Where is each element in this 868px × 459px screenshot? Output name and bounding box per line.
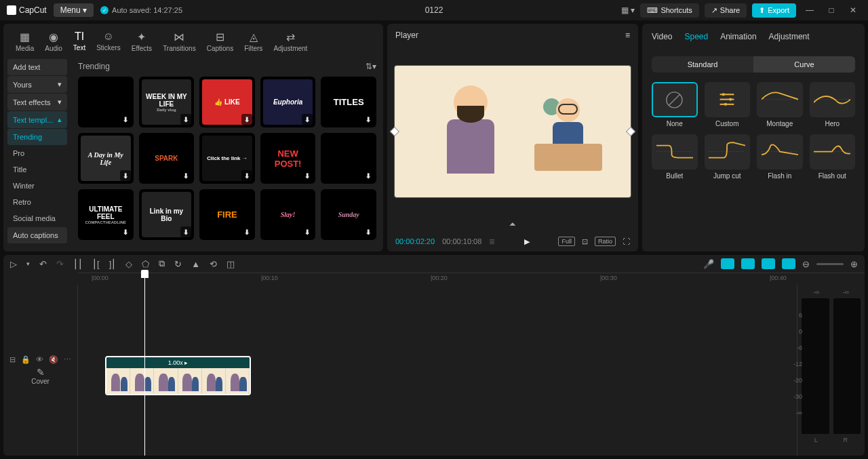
template-thumb[interactable]: TITLES⬇ — [321, 77, 376, 127]
template-thumb[interactable]: 👍 LIKE⬇ — [199, 77, 255, 127]
playhead[interactable] — [144, 273, 145, 456]
player-menu-icon[interactable]: ≡ — [625, 31, 630, 40]
zoom-out-icon[interactable]: ⊖ — [802, 259, 810, 269]
crop-icon[interactable]: ⊡ — [582, 237, 588, 246]
magnet-tool-3[interactable] — [762, 258, 775, 269]
segment-standard[interactable]: Standard — [652, 56, 753, 73]
ratio-button[interactable]: Ratio — [595, 237, 616, 246]
template-thumb[interactable]: WEEK IN MY LIFEDaily vlog⬇ — [139, 77, 195, 127]
split-tool[interactable]: ⎮⎮ — [73, 259, 83, 269]
template-thumb[interactable]: Euphoria⬇ — [260, 77, 316, 127]
redo-button[interactable]: ↷ — [56, 259, 64, 269]
sidebar-item-trending[interactable]: Trending — [7, 129, 67, 145]
track-mute-icon[interactable]: 🔇 — [49, 355, 58, 364]
property-tab-video[interactable]: Video — [652, 32, 672, 41]
tool-tab-text[interactable]: TIText — [68, 28, 91, 55]
download-icon[interactable]: ⬇ — [180, 226, 191, 237]
property-tab-animation[interactable]: Animation — [720, 32, 756, 41]
fullscreen-icon[interactable]: ⛶ — [623, 237, 630, 245]
pointer-dropdown[interactable]: ▾ — [26, 260, 30, 267]
export-button[interactable]: ⬆ Export — [752, 3, 796, 18]
layout-icon[interactable]: ▦ ▾ — [621, 5, 635, 15]
magnet-tool-2[interactable] — [741, 258, 755, 269]
rotate-tool[interactable]: ↻ — [174, 259, 182, 269]
tool-tab-effects[interactable]: ✦Effects — [126, 28, 157, 55]
undo-button[interactable]: ↶ — [39, 259, 47, 269]
auto-captions-button[interactable]: Auto captions — [7, 227, 67, 243]
pointer-tool[interactable]: ▷ — [10, 259, 17, 269]
download-icon[interactable]: ⬇ — [363, 114, 374, 125]
template-thumb[interactable]: Sunday⬇ — [321, 189, 376, 240]
refresh-tool[interactable]: ⟲ — [210, 259, 217, 269]
curve-flash-in[interactable]: Flash in — [757, 134, 803, 180]
menu-button[interactable]: Menu ▾ — [54, 3, 94, 17]
template-thumb[interactable]: Link in my Bio⬇ — [139, 189, 195, 240]
template-thumb[interactable]: SPARK⬇ — [139, 133, 195, 184]
download-icon[interactable]: ⬇ — [120, 114, 131, 125]
template-thumb[interactable]: FIRE⬇ — [199, 189, 255, 240]
download-icon[interactable]: ⬇ — [120, 170, 131, 181]
tool-tab-stickers[interactable]: ☺Stickers — [91, 28, 126, 55]
sidebar-item-pro[interactable]: Pro — [7, 145, 67, 161]
sort-icon[interactable]: ⇅▾ — [366, 62, 376, 71]
magnet-tool-1[interactable] — [721, 258, 734, 269]
curve-jump-cut[interactable]: Jump cut — [705, 134, 751, 180]
sidebar-item-retro[interactable]: Retro — [7, 194, 67, 210]
video-clip[interactable]: 1.00x ▸ — [105, 356, 251, 395]
download-icon[interactable]: ⬇ — [241, 170, 252, 181]
download-icon[interactable]: ⬇ — [120, 226, 131, 237]
cover-button[interactable]: ✎ Cover — [31, 367, 50, 385]
crop-tool[interactable]: ◫ — [226, 259, 235, 269]
track-lock-icon[interactable]: 🔒 — [21, 355, 31, 364]
zoom-slider[interactable] — [816, 263, 844, 265]
download-icon[interactable]: ⬇ — [363, 226, 374, 237]
download-icon[interactable]: ⬇ — [241, 114, 252, 125]
magnet-tool-4[interactable] — [782, 258, 795, 269]
zoom-in-icon[interactable]: ⊕ — [850, 259, 858, 269]
full-button[interactable]: Full — [558, 237, 575, 246]
sidebar-item-winter[interactable]: Winter — [7, 178, 67, 194]
tool-tab-media[interactable]: ▦Media — [10, 28, 39, 55]
curve-none[interactable]: None — [652, 82, 698, 127]
download-icon[interactable]: ⬇ — [180, 114, 191, 125]
shortcuts-button[interactable]: ⌨ Shortcuts — [640, 3, 698, 18]
property-tab-speed[interactable]: Speed — [684, 32, 708, 41]
curve-montage[interactable]: Montage — [757, 82, 803, 127]
download-icon[interactable]: ⬇ — [241, 226, 252, 237]
curve-hero[interactable]: Hero — [810, 82, 856, 127]
track-eye-icon[interactable]: 👁 — [36, 355, 43, 364]
template-thumb[interactable]: ⬇ — [321, 133, 376, 184]
tool-tab-captions[interactable]: ⊟Captions — [201, 28, 239, 55]
property-tab-adjustment[interactable]: Adjustment — [769, 32, 810, 41]
curve-bullet[interactable]: Bullet — [652, 134, 698, 180]
copy-tool[interactable]: ⧉ — [159, 258, 165, 269]
capture-icon[interactable]: ⏶ — [387, 216, 638, 231]
download-icon[interactable]: ⬇ — [302, 226, 313, 237]
download-icon[interactable]: ⬇ — [302, 114, 313, 125]
curve-custom[interactable]: Custom — [705, 82, 751, 127]
sidebar-item-title[interactable]: Title — [7, 161, 67, 178]
split-right-tool[interactable]: ]⎮ — [109, 259, 117, 269]
template-thumb[interactable]: A Day in My Life⬇ — [78, 133, 134, 184]
minimize-button[interactable]: — — [802, 2, 818, 18]
close-button[interactable]: ✕ — [845, 2, 861, 18]
maximize-button[interactable]: □ — [823, 2, 840, 18]
sidebar-item-social-media[interactable]: Social media — [7, 210, 67, 226]
preview-canvas[interactable] — [394, 65, 631, 199]
text-effects-dropdown[interactable]: Text effects▾ — [7, 94, 67, 111]
tool-tab-transitions[interactable]: ⋈Transitions — [157, 28, 201, 55]
download-icon[interactable]: ⬇ — [363, 170, 374, 181]
tool-tab-audio[interactable]: ◉Audio — [39, 28, 68, 55]
split-left-tool[interactable]: ⎮[ — [92, 259, 100, 269]
mic-icon[interactable]: 🎤 — [703, 259, 714, 269]
tool-tab-filters[interactable]: ◬Filters — [239, 28, 268, 55]
share-button[interactable]: ↗ Share — [705, 3, 747, 18]
template-thumb[interactable]: ⬇ — [78, 77, 134, 127]
download-icon[interactable]: ⬇ — [180, 170, 191, 181]
timeline-tracks[interactable]: 1.00x ▸ — [78, 285, 797, 456]
play-button[interactable]: ▶ — [524, 237, 530, 246]
track-menu-icon[interactable]: ⊟ — [9, 355, 16, 364]
template-thumb[interactable]: ULTIMATE FEELCOMPACTHEADLINE⬇ — [78, 189, 134, 240]
add-text-button[interactable]: Add text — [7, 59, 67, 75]
list-icon[interactable]: ≣ — [489, 237, 495, 245]
